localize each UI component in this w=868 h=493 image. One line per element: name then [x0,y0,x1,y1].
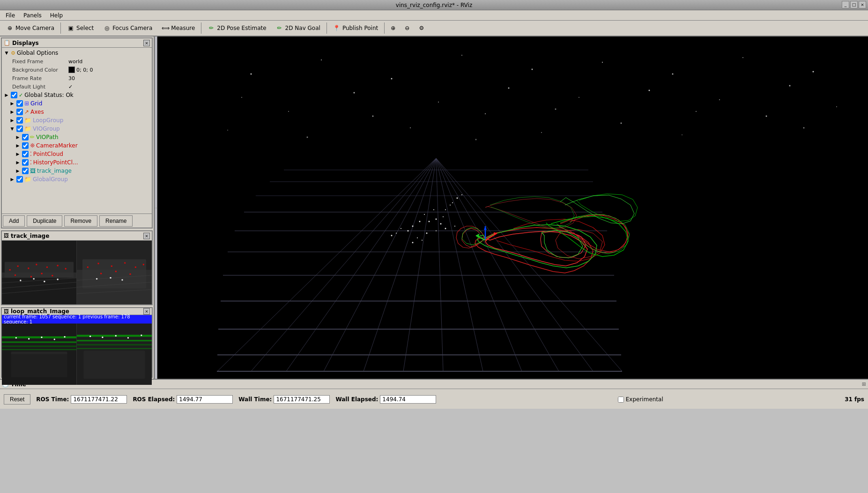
minimize-button[interactable]: _ [842,1,849,8]
publish-point-button[interactable]: 📍 Publish Point [329,22,382,34]
svg-point-73 [241,97,242,98]
svg-rect-57 [84,351,145,379]
displays-header-left: 📋 Displays [4,40,39,46]
default-light-label: Default Light [12,84,68,90]
global-group-item[interactable]: ▶ 📁 GlobalGroup [2,175,152,184]
svg-point-77 [579,97,579,98]
fixed-frame-value[interactable]: world [68,59,82,65]
track-image-content [2,241,152,304]
vio-path-checkbox[interactable] [22,134,29,140]
camera-marker-checkbox[interactable] [22,142,29,149]
vio-group-item[interactable]: ▼ 📁 VIOGroup [2,125,152,133]
displays-close-button[interactable]: × [143,40,150,46]
svg-point-59 [102,337,103,338]
svg-point-30 [111,265,112,267]
svg-point-62 [141,334,142,336]
3d-viewport[interactable] [157,37,868,379]
menu-help[interactable]: Help [46,11,67,20]
toolbar-separator-2 [201,22,201,34]
loop-group-expand[interactable]: ▶ [9,118,15,123]
camera-marker-expand[interactable]: ▶ [15,143,21,148]
ros-time-label: ROS Time: [36,396,69,403]
wall-time-value: 1671177471.25 [274,395,330,404]
remove-button[interactable]: Remove [64,215,97,227]
vio-group-checkbox[interactable] [16,125,23,132]
grid-icon: ⊞ [24,100,29,107]
track-image-expand[interactable]: ▶ [15,168,21,174]
pose-estimate-button[interactable]: ✏ 2D Pose Estimate [203,22,270,34]
svg-point-68 [532,69,533,70]
bg-color-value: 0; 0; 0 [76,67,93,73]
reset-button[interactable]: Reset [4,394,30,405]
vio-group-icon: 📁 [24,125,31,132]
bg-color-swatch[interactable] [68,66,75,73]
point-cloud-item[interactable]: ▶ ⁚ PointCloud [2,150,152,158]
track-image-checkbox[interactable] [22,168,29,174]
default-light-value[interactable] [68,84,73,90]
global-group-checkbox[interactable] [16,176,23,183]
zoom-out-button[interactable]: ⊖ [401,22,414,34]
vio-path-expand[interactable]: ▶ [15,134,21,140]
vio-group-expand[interactable]: ▼ [9,126,15,132]
maximize-button[interactable]: □ [850,1,858,8]
global-status-expand[interactable]: ▶ [4,92,9,98]
global-status-checkbox[interactable] [11,92,17,98]
axes-icon: ↗ [24,109,29,115]
zoom-in-button[interactable]: ⊕ [386,22,400,34]
track-image-close-button[interactable]: × [143,233,150,239]
axes-checkbox[interactable] [16,109,23,115]
menu-file[interactable]: File [2,11,19,20]
experimental-checkbox[interactable] [618,397,624,403]
point-cloud-checkbox[interactable] [22,151,29,157]
svg-point-69 [602,62,603,63]
measure-icon: ⟺ [162,24,169,32]
loop-match-close-button[interactable]: × [143,308,150,315]
loop-group-checkbox[interactable] [16,117,23,124]
svg-point-71 [742,57,743,58]
loop-group-item[interactable]: ▶ 📁 LoopGroup [2,116,152,125]
history-point-expand[interactable]: ▶ [15,160,21,165]
settings-button[interactable]: ⚙ [415,22,428,34]
grid-item[interactable]: ▶ ⊞ Grid [2,99,152,108]
track-image-tree-item[interactable]: ▶ 🖼 track_image [2,167,152,175]
camera-marker-label: CameraMarker [36,142,151,149]
svg-point-70 [672,74,674,75]
grid-expand[interactable]: ▶ [9,101,15,106]
svg-point-65 [321,59,322,60]
global-options-item[interactable]: ▼ ⚙ Global Options [2,49,152,57]
close-button[interactable]: × [859,1,866,8]
global-group-expand[interactable]: ▶ [9,177,15,182]
grid-checkbox[interactable] [16,100,23,107]
select-button[interactable]: ▣ Select [63,22,98,34]
axes-expand[interactable]: ▶ [9,109,15,115]
move-camera-button[interactable]: ⊕ Move Camera [2,22,59,34]
global-options-expand[interactable]: ▼ [4,50,9,56]
frame-rate-value[interactable]: 30 [68,75,75,81]
duplicate-button[interactable]: Duplicate [27,215,62,227]
vio-path-item[interactable]: ▶ ✏ VIOPath [2,133,152,141]
svg-rect-46 [2,354,76,385]
rename-button[interactable]: Rename [99,215,133,227]
global-status-item[interactable]: ▶ ✓ Global Status: Ok [2,91,152,99]
menu-panels[interactable]: Panels [20,11,45,20]
track-image-panel-icon: 🖼 [4,233,9,239]
ros-time-value: 1671177471.22 [71,395,127,404]
svg-rect-55 [77,344,152,346]
history-point-item[interactable]: ▶ ⁚ HistoryPointCl... [2,158,152,167]
viewport-svg [157,37,868,379]
ros-elapsed-value: 1494.77 [177,395,233,404]
point-cloud-expand[interactable]: ▶ [15,151,21,157]
window-controls[interactable]: _ □ × [842,1,866,8]
svg-point-86 [766,116,767,117]
add-button[interactable]: Add [3,215,25,227]
focus-camera-button[interactable]: ◎ Focus Camera [99,22,156,34]
svg-point-31 [124,262,126,264]
svg-point-64 [251,74,252,75]
camera-marker-item[interactable]: ▶ ❊ CameraMarker [2,141,152,150]
axes-item[interactable]: ▶ ↗ Axes [2,108,152,116]
svg-point-17 [52,275,53,276]
history-point-checkbox[interactable] [22,159,29,166]
svg-point-125 [419,221,421,222]
measure-button[interactable]: ⟺ Measure [157,22,199,34]
nav-goal-button[interactable]: ✏ 2D Nav Goal [272,22,325,34]
